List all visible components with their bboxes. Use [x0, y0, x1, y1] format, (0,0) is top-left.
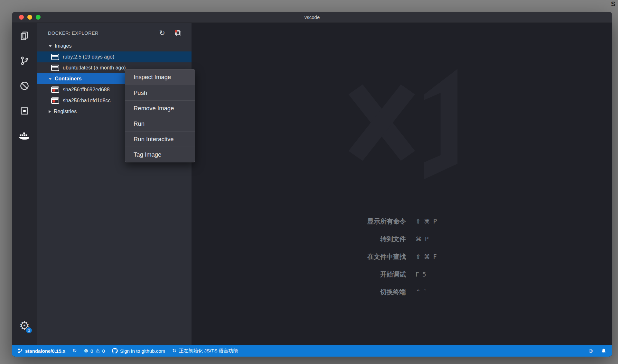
menu-item-inspect-image[interactable]: Inspect Image	[125, 69, 195, 85]
branch-icon	[18, 348, 23, 353]
prune-images-icon[interactable]	[174, 29, 182, 37]
shortcut-label: 切换终端	[271, 283, 406, 301]
context-menu: Inspect Image Push Remove Image Run Run …	[125, 69, 195, 162]
tree-label: ruby:2.5 (19 days ago)	[63, 54, 114, 60]
source-control-icon[interactable]	[17, 53, 32, 68]
editor-area: 显示所有命令 ⇧ ⌘ P 转到文件 ⌘ P 在文件中查找 ⇧ ⌘ F 开始调试 …	[192, 23, 612, 345]
branch-name: standalone/0.15.x	[25, 348, 65, 354]
title-bar: vscode	[12, 12, 612, 23]
tree-label: Images	[55, 43, 71, 49]
branch-status-item[interactable]: standalone/0.15.x	[18, 348, 65, 354]
close-button[interactable]	[19, 15, 24, 20]
language-status-item[interactable]: ↻ 正在初始化 JS/TS 语言功能	[172, 348, 238, 354]
tree-label: Containers	[55, 76, 82, 82]
docker-container-stopped-icon	[51, 86, 59, 93]
debug-disabled-icon[interactable]	[17, 78, 32, 94]
status-bar: standalone/0.15.x ↻ ⊗ 0 ⚠ 0 Sign in to g…	[12, 345, 612, 357]
minimize-button[interactable]	[27, 15, 32, 20]
shortcut-keys: ⇧ ⌘ F	[416, 248, 437, 266]
refresh-icon[interactable]: ↻	[159, 30, 165, 37]
menu-item-run-interactive[interactable]: Run Interactive	[125, 131, 195, 147]
settings-badge: 1	[26, 327, 32, 333]
extensions-icon[interactable]	[17, 103, 32, 119]
chevron-down-icon	[49, 45, 52, 47]
error-count: 0	[90, 348, 93, 354]
shortcut-keys: ⌘ P	[416, 230, 437, 248]
shortcut-label: 显示所有命令	[271, 213, 406, 230]
activity-bar: ⚙ 1	[12, 23, 37, 345]
error-icon: ⊗	[84, 348, 88, 353]
sync-icon: ↻	[72, 348, 77, 353]
notifications-bell-icon[interactable]	[601, 348, 606, 354]
warning-icon: ⚠	[95, 348, 100, 353]
settings-gear[interactable]: ⚙ 1	[19, 320, 30, 332]
panel-title: DOCKER: EXPLORER	[48, 31, 98, 36]
menu-item-run[interactable]: Run	[125, 116, 195, 131]
problems-status-item[interactable]: ⊗ 0 ⚠ 0	[84, 348, 105, 354]
menu-item-remove-image[interactable]: Remove Image	[125, 100, 195, 116]
desktop-stray-text: S	[611, 0, 615, 8]
window-title: vscode	[12, 14, 612, 20]
tree-section-images[interactable]: Images	[37, 41, 192, 51]
docker-icon[interactable]	[17, 128, 32, 144]
docker-image-icon	[51, 54, 59, 60]
keyboard-shortcut-hints: 显示所有命令 ⇧ ⌘ P 转到文件 ⌘ P 在文件中查找 ⇧ ⌘ F 开始调试 …	[271, 213, 437, 301]
github-icon	[112, 348, 118, 354]
github-signin-item[interactable]: Sign in to github.com	[112, 348, 165, 354]
chevron-right-icon	[49, 110, 51, 113]
shortcut-label: 开始调试	[271, 266, 406, 283]
shortcut-label: 在文件中查找	[271, 248, 406, 266]
menu-item-push[interactable]: Push	[125, 85, 195, 100]
tree-label: sha256:ffb692ed688	[63, 87, 110, 93]
menu-item-tag-image[interactable]: Tag Image	[125, 147, 195, 162]
tree-item-ruby[interactable]: ruby:2.5 (19 days ago)	[37, 51, 192, 62]
docker-image-icon	[51, 65, 59, 71]
zoom-button[interactable]	[36, 15, 41, 20]
feedback-smiley-icon[interactable]: ☺	[588, 347, 594, 354]
github-signin-label: Sign in to github.com	[120, 348, 165, 354]
language-status-label: 正在初始化 JS/TS 语言功能	[179, 348, 238, 354]
tree-label: ubuntu:latest (a month ago)	[63, 65, 126, 71]
vscode-window: vscode	[12, 12, 612, 357]
shortcut-keys: ⇧ ⌘ P	[416, 213, 437, 230]
shortcut-label: 转到文件	[271, 230, 406, 248]
tree-label: Registries	[54, 109, 77, 114]
shortcut-keys: F 5	[416, 266, 437, 283]
sync-status-item[interactable]: ↻	[72, 348, 77, 353]
shortcut-keys: ^ `	[416, 283, 437, 301]
tree-label: sha256:ba1efd1d8cc	[63, 98, 111, 104]
docker-container-stopped-icon	[51, 97, 59, 104]
sync-icon: ↻	[172, 348, 176, 353]
chevron-down-icon	[49, 78, 52, 80]
warning-count: 0	[102, 348, 105, 354]
vscode-watermark-logo	[336, 58, 477, 199]
explorer-icon[interactable]	[17, 28, 32, 43]
